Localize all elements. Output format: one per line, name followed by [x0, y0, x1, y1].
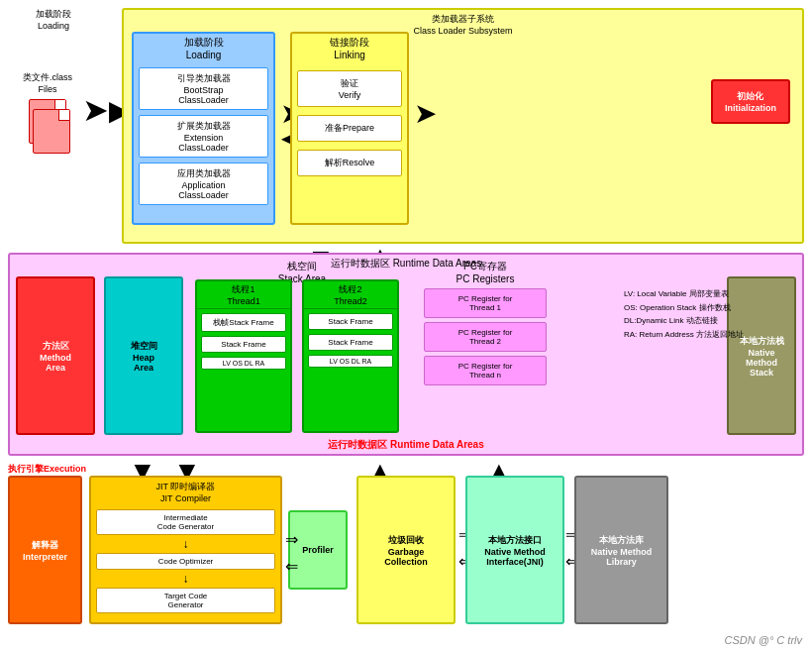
thread1-title: 线程1 Thread1 — [197, 281, 290, 309]
legend-os: OS: Operation Stack 操作数栈 — [624, 301, 807, 315]
pc-registers: PC寄存器 PC Registers PC Register for Threa… — [421, 260, 550, 438]
pc-register-threadn: PC Register for Thread n — [424, 356, 547, 385]
linking-to-init-arrow: ➤ — [414, 97, 437, 130]
target-code-box: Target Code Generator — [96, 588, 275, 613]
bottom-section: 解释器 Interpreter JIT 即时编译器 JIT Compiler I… — [8, 476, 804, 629]
top-section: 加载阶段 Loading 类文件.class Files ➤ 类加载器子系统 C… — [8, 8, 804, 246]
legend-ra: RA: Return Address 方法返回地址 — [624, 328, 807, 342]
legend-dl: DL:Dynamic Link 动态链接 — [624, 314, 807, 328]
thread1-frame1: 栈帧Stack Frame — [201, 313, 286, 332]
init-box: 初始化 Initialization — [711, 79, 790, 124]
heap-area-text: 堆空间 Heap Area — [131, 340, 157, 373]
thread1-column: 线程1 Thread1 栈帧Stack Frame Stack Frame LV… — [195, 279, 292, 433]
file-icon-2 — [33, 109, 70, 154]
class-files-box: 类文件.class Files — [18, 43, 77, 181]
pc-register-thread2: PC Register for Thread 2 — [424, 322, 547, 352]
nml-text: 本地方法库 Native Method Library — [591, 534, 653, 567]
runtime-data-areas: 运行时数据区 Runtime Data Areas 方法区 Method Are… — [8, 253, 804, 456]
legend-box: LV: Local Variable 局部变量表 OS: Operation S… — [624, 287, 807, 341]
thread1-frame2: Stack Frame — [201, 336, 286, 353]
thread2-column: 线程2 Thread2 Stack Frame Stack Frame LV O… — [302, 279, 399, 433]
code-optimizer-box: Code Optimizer — [96, 553, 275, 570]
bootstrap-classloader: 引导类加载器 BootStrap ClassLoader — [139, 67, 268, 110]
thread2-frame1: Stack Frame — [308, 313, 393, 330]
extension-classloader: 扩展类加载器 Extension ClassLoader — [139, 115, 268, 158]
heap-area: 堆空间 Heap Area — [104, 276, 183, 435]
class-files-label: 类文件.class Files — [18, 71, 77, 94]
application-classloader: 应用类加载器 Application ClassLoader — [139, 163, 268, 205]
loading-stage-label: 加载阶段 Loading — [36, 8, 71, 31]
thread2-lv-os-dl-ra: LV OS DL RA — [308, 355, 393, 368]
resolve-item: 解析Resolve — [297, 150, 402, 176]
diagram-container: 加载阶段 Loading 类文件.class Files ➤ 类加载器子系统 C… — [0, 0, 812, 651]
gc-box: 垃圾回收 Garbage Collection — [356, 476, 456, 624]
thread2-title: 线程2 Thread2 — [304, 281, 397, 309]
pc-registers-label: PC寄存器 PC Registers — [421, 260, 550, 284]
jit-arrow-2: ↓ — [91, 573, 280, 585]
thread1-lv-os-dl-ra: LV OS DL RA — [201, 357, 286, 370]
jit-title: JIT 即时编译器 JIT Compiler — [91, 478, 280, 506]
pc-register-thread1: PC Register for Thread 1 — [424, 288, 547, 318]
init-text: 初始化 Initialization — [725, 90, 776, 113]
legend-lv: LV: Local Variable 局部变量表 — [624, 287, 807, 301]
linking-box: 链接阶段 Linking 验证 Verify 准备Prepare 解析Resol… — [290, 32, 409, 225]
jit-arrow-1: ↓ — [91, 538, 280, 550]
class-loader-subsystem: 类加载器子系统 Class Loader Subsystem 加载阶段 Load… — [122, 8, 804, 244]
jit-compiler-box: JIT 即时编译器 JIT Compiler Intermediate Code… — [89, 476, 282, 624]
method-area-text: 方法区 Method Area — [40, 340, 71, 373]
jit-to-gc-arrows: ⇒ ⇐ — [285, 530, 298, 576]
loading-box: 加载阶段 Loading 引导类加载器 BootStrap ClassLoade… — [132, 32, 275, 225]
interpreter-box: 解释器 Interpreter — [8, 476, 82, 624]
nml-box: 本地方法库 Native Method Library — [574, 476, 668, 624]
legend-text: LV: Local Variable 局部变量表 OS: Operation S… — [624, 287, 807, 341]
intermediate-code-box: Intermediate Code Generator — [96, 509, 275, 535]
prepare-item: 准备Prepare — [297, 115, 402, 142]
linking-title: 链接阶段 Linking — [292, 34, 407, 62]
loading-box-title: 加载阶段 Loading — [134, 34, 273, 62]
nmi-box: 本地方法接口 Native Method Interface(JNI) — [465, 476, 564, 624]
class-to-loader-arrow: ➤ — [82, 102, 122, 118]
stack-area-container: 栈空间 Stack Area 线程1 Thread1 栈帧Stack Frame… — [193, 260, 411, 438]
interpreter-text: 解释器 Interpreter — [23, 539, 67, 562]
nmi-text: 本地方法接口 Native Method Interface(JNI) — [484, 534, 546, 567]
watermark: CSDN @° C trlv — [724, 634, 802, 646]
profiler-text: Profiler — [302, 545, 334, 555]
runtime-data-label: 运行时数据区 Runtime Data Areas — [10, 438, 802, 452]
gc-text: 垃圾回收 Garbage Collection — [384, 534, 428, 567]
thread2-frame2: Stack Frame — [308, 334, 393, 351]
verify-item: 验证 Verify — [297, 70, 402, 107]
method-area: 方法区 Method Area — [16, 276, 95, 435]
